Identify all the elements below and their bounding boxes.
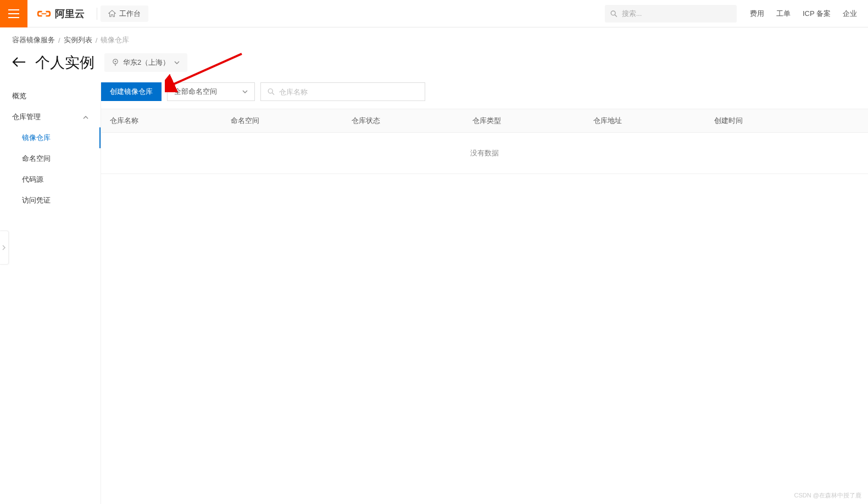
th-status: 仓库状态 [343, 109, 464, 132]
back-button[interactable] [12, 57, 25, 69]
svg-point-0 [611, 10, 615, 15]
repo-table: 仓库名称 命名空间 仓库状态 仓库类型 仓库地址 创建时间 没有数据 [101, 109, 868, 174]
top-header: 阿里云 工作台 费用 工单 ICP 备案 企业 [0, 0, 868, 27]
nav-link-fee[interactable]: 费用 [750, 9, 764, 19]
dropdown-label: 全部命名空间 [174, 87, 217, 97]
workbench-button[interactable]: 工作台 [101, 5, 148, 22]
svg-point-4 [268, 89, 272, 93]
breadcrumb-sep: / [58, 36, 60, 44]
watermark: CSDN @在森林中授了鹿 [794, 491, 861, 500]
search-icon [610, 10, 617, 18]
create-repo-button[interactable]: 创建镜像仓库 [101, 82, 162, 101]
breadcrumb-item-1[interactable]: 实例列表 [64, 35, 92, 45]
sidebar-label: 镜像仓库 [22, 133, 51, 142]
sidebar-sub-image-repo[interactable]: 镜像仓库 [0, 127, 101, 148]
page-title: 个人实例 [35, 53, 94, 72]
global-search[interactable] [605, 5, 737, 23]
svg-line-1 [615, 14, 617, 16]
chevron-down-icon [242, 90, 248, 94]
repo-search-input[interactable] [279, 88, 418, 96]
title-row: 个人实例 华东2（上海） [0, 48, 868, 82]
nav-link-enterprise[interactable]: 企业 [843, 9, 857, 19]
sidebar-item-overview[interactable]: 概览 [0, 86, 101, 107]
breadcrumb-item-2: 镜像仓库 [101, 35, 129, 45]
global-search-input[interactable] [622, 9, 731, 18]
divider [97, 8, 97, 20]
search-icon [268, 88, 275, 96]
sidebar-label: 概览 [12, 91, 26, 101]
chevron-down-icon [174, 61, 180, 65]
top-links: 费用 工单 ICP 备案 企业 [737, 9, 868, 19]
breadcrumb-item-0[interactable]: 容器镜像服务 [12, 35, 55, 45]
toolbar: 创建镜像仓库 全部命名空间 [101, 82, 868, 109]
sidebar-group-repo[interactable]: 仓库管理 [0, 107, 101, 127]
th-type: 仓库类型 [464, 109, 585, 132]
arrow-left-icon [12, 57, 25, 68]
logo-icon [36, 6, 52, 21]
sidebar-label: 命名空间 [22, 154, 51, 163]
th-name: 仓库名称 [101, 109, 222, 132]
breadcrumb-sep: / [96, 36, 98, 44]
th-namespace: 命名空间 [222, 109, 343, 132]
home-icon [108, 10, 116, 18]
sidebar-collapse-handle[interactable] [0, 231, 9, 265]
breadcrumb: 容器镜像服务 / 实例列表 / 镜像仓库 [0, 27, 868, 48]
logo-text: 阿里云 [55, 7, 85, 20]
region-label: 华东2（上海） [123, 58, 170, 68]
sidebar-label: 访问凭证 [22, 196, 51, 204]
hamburger-icon [8, 9, 19, 18]
th-address: 仓库地址 [585, 109, 705, 132]
nav-link-icp[interactable]: ICP 备案 [803, 9, 831, 19]
repo-search[interactable] [260, 82, 425, 101]
chevron-up-icon [83, 115, 88, 119]
hamburger-button[interactable] [0, 0, 27, 27]
sidebar-label: 仓库管理 [12, 112, 41, 122]
table-empty: 没有数据 [101, 133, 868, 174]
sidebar-label: 代码源 [22, 175, 43, 183]
sidebar-sub-namespace[interactable]: 命名空间 [0, 148, 101, 169]
region-selector[interactable]: 华东2（上海） [104, 53, 187, 72]
logo[interactable]: 阿里云 [27, 6, 93, 21]
sidebar: 概览 仓库管理 镜像仓库 命名空间 代码源 访问凭证 [0, 82, 101, 504]
chevron-right-icon [2, 245, 6, 250]
svg-line-5 [272, 93, 274, 95]
workbench-label: 工作台 [119, 9, 141, 19]
sidebar-sub-code-source[interactable]: 代码源 [0, 169, 101, 190]
nav-link-ticket[interactable]: 工单 [776, 9, 791, 19]
th-created: 创建时间 [705, 109, 826, 132]
table-header: 仓库名称 命名空间 仓库状态 仓库类型 仓库地址 创建时间 [101, 109, 868, 133]
svg-point-3 [115, 61, 116, 63]
namespace-filter-dropdown[interactable]: 全部命名空间 [167, 82, 255, 101]
location-icon [112, 59, 119, 66]
sidebar-sub-access-cred[interactable]: 访问凭证 [0, 190, 101, 211]
main-content: 创建镜像仓库 全部命名空间 仓库名称 命名空间 仓库状态 仓库类型 仓库地址 创… [101, 82, 868, 504]
